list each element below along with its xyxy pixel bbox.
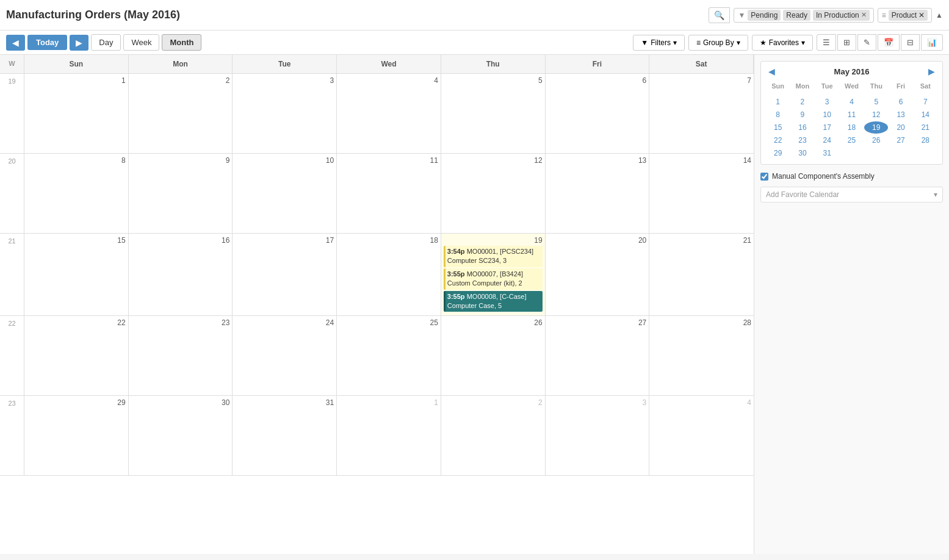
cal-day-28[interactable]: 28 <box>649 316 754 395</box>
mini-day-5[interactable]: 5 <box>864 96 888 108</box>
group-by-dropdown-icon: ▾ <box>737 38 740 47</box>
mini-day-12[interactable]: 12 <box>864 109 888 121</box>
mini-day-3[interactable]: 3 <box>815 96 839 108</box>
filters-button[interactable]: ▼ Filters ▾ <box>633 35 685 51</box>
add-favorite-calendar-button[interactable]: Add Favorite Calendar ▾ <box>760 187 943 203</box>
cal-day-1[interactable]: 1 <box>24 74 129 153</box>
cal-day-23[interactable]: 23 <box>129 316 233 395</box>
cal-day-22[interactable]: 22 <box>24 316 129 395</box>
group-by-product-tag[interactable]: Product ✕ <box>889 10 928 21</box>
cal-day-next-3[interactable]: 3 <box>546 396 650 475</box>
mini-day-17[interactable]: 17 <box>815 121 839 134</box>
mini-next-button[interactable]: ▶ <box>926 66 937 76</box>
top-bar-dropdown-arrow[interactable]: ▲ <box>936 11 943 20</box>
prev-button[interactable]: ◀ <box>6 35 25 51</box>
mini-day-29[interactable]: 29 <box>766 147 790 159</box>
list-view-button[interactable]: ☰ <box>817 34 836 51</box>
cal-day-4[interactable]: 4 <box>337 74 441 153</box>
mini-day-14[interactable]: 14 <box>914 109 937 121</box>
month-view-button[interactable]: Month <box>162 34 201 51</box>
mini-day-20[interactable]: 20 <box>889 121 912 134</box>
mini-day-28[interactable]: 28 <box>914 134 937 146</box>
cal-day-next-2[interactable]: 2 <box>441 396 546 475</box>
mini-day-1[interactable]: 1 <box>766 96 790 108</box>
cal-day-5[interactable]: 5 <box>441 74 546 153</box>
today-button[interactable]: Today <box>27 35 67 50</box>
filter-tag-pending[interactable]: Pending <box>748 10 781 21</box>
mini-day-7[interactable]: 7 <box>914 96 937 108</box>
cal-day-9[interactable]: 9 <box>129 154 233 233</box>
cal-day-7[interactable]: 7 <box>649 74 754 153</box>
cal-day-3[interactable]: 3 <box>233 74 337 153</box>
mini-day-21[interactable]: 21 <box>914 121 937 134</box>
kanban-view-button[interactable]: ⊞ <box>837 34 856 51</box>
mini-day-26[interactable]: 26 <box>864 134 888 146</box>
mini-prev-button[interactable]: ◀ <box>766 66 778 76</box>
filter-tag-ready[interactable]: Ready <box>783 10 810 21</box>
mini-day-10[interactable]: 10 <box>815 109 839 121</box>
cal-day-27[interactable]: 27 <box>546 316 650 395</box>
cal-day-17[interactable]: 17 <box>233 234 337 315</box>
cal-day-next-1[interactable]: 1 <box>337 396 441 475</box>
mini-day-22[interactable]: 22 <box>766 134 790 146</box>
mini-day-27[interactable]: 27 <box>889 134 912 146</box>
cal-day-13[interactable]: 13 <box>546 154 650 233</box>
tue-col-header: Tue <box>233 55 337 73</box>
close-product-icon[interactable]: ✕ <box>918 11 925 20</box>
day-view-button[interactable]: Day <box>91 34 121 51</box>
event-mo00008[interactable]: 3:55p MO00008, [C-Case] Computer Case, 5 <box>444 291 543 312</box>
cal-day-19[interactable]: 19 3:54p MO00001, [PCSC234] Computer SC2… <box>441 234 546 315</box>
mini-day-30[interactable]: 30 <box>790 147 814 159</box>
mini-day-11[interactable]: 11 <box>840 109 864 121</box>
search-button[interactable]: 🔍 <box>709 7 730 23</box>
mini-day-16[interactable]: 16 <box>790 121 814 134</box>
filter-tag-in-production[interactable]: In Production ✕ <box>813 10 870 21</box>
week-view-button[interactable]: Week <box>123 34 159 51</box>
day-num-13: 13 <box>548 156 647 165</box>
mini-day-24[interactable]: 24 <box>815 134 839 146</box>
mini-day-19-today[interactable]: 19 <box>864 121 888 134</box>
grid-view-button[interactable]: ⊟ <box>901 34 920 51</box>
cal-day-15[interactable]: 15 <box>24 234 129 315</box>
chart-view-button[interactable]: 📊 <box>921 34 943 51</box>
mini-day-6[interactable]: 6 <box>889 96 912 108</box>
mini-day-2[interactable]: 2 <box>790 96 814 108</box>
cal-day-18[interactable]: 18 <box>337 234 441 315</box>
mini-day-13[interactable]: 13 <box>889 109 912 121</box>
assembly-checkbox[interactable] <box>760 173 768 181</box>
cal-day-31[interactable]: 31 <box>233 396 337 475</box>
mini-day-18[interactable]: 18 <box>840 121 864 134</box>
favorites-button[interactable]: ★ Favorites ▾ <box>752 35 813 51</box>
cal-day-12[interactable]: 12 <box>441 154 546 233</box>
cal-day-16[interactable]: 16 <box>129 234 233 315</box>
cal-day-25[interactable]: 25 <box>337 316 441 395</box>
mini-dow-tue: Tue <box>815 81 839 91</box>
mini-day-9[interactable]: 9 <box>790 109 814 121</box>
cal-day-20[interactable]: 20 <box>546 234 650 315</box>
cal-day-21[interactable]: 21 <box>649 234 754 315</box>
next-button[interactable]: ▶ <box>70 35 88 51</box>
event-mo00001[interactable]: 3:54p MO00001, [PCSC234] Computer SC234,… <box>444 246 543 267</box>
cal-day-10[interactable]: 10 <box>233 154 337 233</box>
close-in-production-icon[interactable]: ✕ <box>861 11 867 19</box>
cal-day-24[interactable]: 24 <box>233 316 337 395</box>
form-view-button[interactable]: ✎ <box>857 34 876 51</box>
cal-day-26[interactable]: 26 <box>441 316 546 395</box>
mini-day-25[interactable]: 25 <box>840 134 864 146</box>
cal-day-11[interactable]: 11 <box>337 154 441 233</box>
cal-day-6[interactable]: 6 <box>546 74 650 153</box>
cal-day-14[interactable]: 14 <box>649 154 754 233</box>
cal-day-2[interactable]: 2 <box>129 74 233 153</box>
mini-day-8[interactable]: 8 <box>766 109 790 121</box>
calendar-view-button[interactable]: 📅 <box>878 34 900 51</box>
mini-day-23[interactable]: 23 <box>790 134 814 146</box>
cal-day-8[interactable]: 8 <box>24 154 129 233</box>
cal-day-30[interactable]: 30 <box>129 396 233 475</box>
cal-day-next-4[interactable]: 4 <box>649 396 754 475</box>
cal-day-29[interactable]: 29 <box>24 396 129 475</box>
event-mo00007[interactable]: 3:55p MO00007, [B3424] Custom Computer (… <box>444 268 543 290</box>
mini-day-4[interactable]: 4 <box>840 96 864 108</box>
mini-day-15[interactable]: 15 <box>766 121 790 134</box>
group-by-button[interactable]: ≡ Group By ▾ <box>688 35 748 51</box>
mini-day-31[interactable]: 31 <box>815 147 839 159</box>
